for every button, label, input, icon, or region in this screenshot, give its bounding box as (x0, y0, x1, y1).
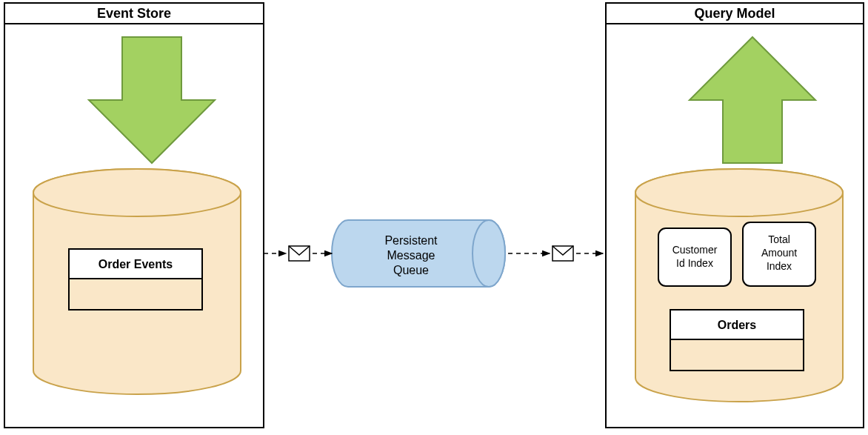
right-message-flow (508, 246, 603, 261)
total-amount-index-line1: Total (768, 233, 790, 245)
envelope-icon (552, 246, 573, 261)
envelope-icon (289, 246, 310, 261)
event-store-panel: Event Store Order Events (4, 3, 264, 428)
event-store-title: Event Store (97, 6, 171, 21)
svg-point-2 (33, 169, 241, 216)
order-events-table: Order Events (69, 249, 202, 310)
orders-table: Orders (670, 310, 804, 371)
total-amount-index-line2: Amount (761, 247, 797, 259)
total-amount-index: Total Amount Index (743, 222, 815, 286)
order-events-label: Order Events (99, 258, 173, 270)
queue-line1: Persistent (384, 234, 438, 247)
persistent-message-queue: Persistent Message Queue (332, 220, 505, 287)
orders-label: Orders (718, 319, 757, 331)
queue-line2: Message (387, 249, 435, 262)
architecture-diagram: Event Store Order Events Query Model (0, 0, 868, 435)
queue-line3: Queue (393, 264, 429, 276)
customer-id-index-line2: Id Index (676, 257, 713, 269)
svg-point-8 (635, 169, 843, 216)
query-model-title: Query Model (694, 6, 775, 21)
customer-id-index: Customer Id Index (658, 228, 731, 286)
svg-rect-5 (69, 279, 202, 310)
svg-point-13 (473, 220, 505, 287)
customer-id-index-line1: Customer (672, 244, 718, 256)
svg-rect-12 (670, 339, 804, 371)
left-message-flow (264, 246, 332, 261)
query-model-panel: Query Model Customer Id Index Total Amou… (606, 3, 864, 428)
total-amount-index-line3: Index (767, 260, 792, 272)
